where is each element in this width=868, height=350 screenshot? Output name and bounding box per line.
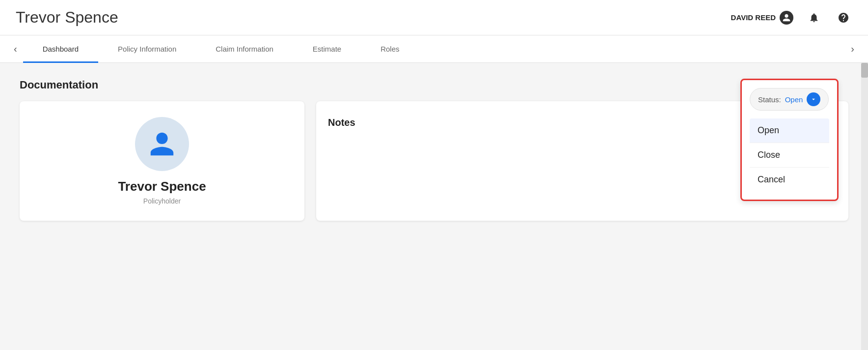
user-name: DAVID REED [731,13,776,22]
page-title: Trevor Spence [16,8,118,27]
nav-next-button[interactable]: › [845,35,860,62]
user-info: DAVID REED [731,11,793,25]
header-actions: DAVID REED [731,9,852,27]
tab-dashboard[interactable]: Dashboard [23,36,98,63]
status-label: Status: [758,95,781,104]
person-role: Policyholder [143,197,181,205]
status-option-cancel[interactable]: Cancel [750,168,829,192]
scrollbar-track[interactable] [861,63,868,350]
cards-row: Trevor Spence Policyholder Notes [20,101,848,221]
header: Trevor Spence DAVID REED [0,0,868,35]
status-dropdown-list: Open Close Cancel [750,118,829,192]
person-card: Trevor Spence Policyholder [20,101,304,221]
chevron-down-icon [807,92,820,106]
notification-button[interactable] [805,9,823,27]
status-value: Open [785,95,803,104]
scrollbar-thumb[interactable] [861,63,868,78]
user-avatar-icon [780,11,793,25]
status-dropdown-wrapper: Status: Open Open Close Cancel [740,79,839,201]
status-option-close[interactable]: Close [750,143,829,168]
main-content: Documentation Trevor Spence Policyholder… [0,63,868,236]
tab-policy-information[interactable]: Policy Information [98,36,196,63]
nav-bar: ‹ Dashboard Policy Information Claim Inf… [0,35,868,63]
help-button[interactable] [835,9,852,27]
person-name: Trevor Spence [118,179,206,194]
section-title: Documentation [20,79,848,91]
tab-estimate[interactable]: Estimate [293,36,361,63]
status-container: Status: Open Open Close Cancel [740,79,839,201]
avatar [135,117,189,171]
nav-prev-button[interactable]: ‹ [8,35,23,62]
status-option-open[interactable]: Open [750,118,829,143]
tab-roles[interactable]: Roles [361,36,419,63]
tab-claim-information[interactable]: Claim Information [196,36,293,63]
status-button[interactable]: Status: Open [750,88,829,111]
nav-tabs: Dashboard Policy Information Claim Infor… [23,35,845,62]
